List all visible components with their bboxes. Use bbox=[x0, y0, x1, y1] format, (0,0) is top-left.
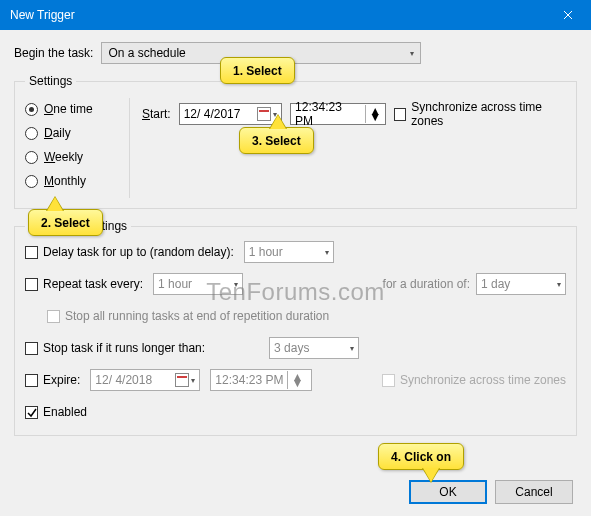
chevron-down-icon: ▾ bbox=[350, 344, 354, 353]
delay-value-dropdown[interactable]: 1 hour ▾ bbox=[244, 241, 334, 263]
advanced-settings-group: Advanced settings Delay task for up to (… bbox=[14, 219, 577, 436]
duration-value-dropdown[interactable]: 1 day ▾ bbox=[476, 273, 566, 295]
repeat-task-checkbox[interactable]: Repeat task every: bbox=[25, 277, 143, 291]
checkbox-icon bbox=[47, 310, 60, 323]
stop-if-value-dropdown[interactable]: 3 days ▾ bbox=[269, 337, 359, 359]
spinner-icon: ▲▼ bbox=[365, 105, 381, 123]
checkbox-icon bbox=[25, 278, 38, 291]
settings-legend: Settings bbox=[25, 74, 76, 88]
checkbox-icon bbox=[25, 374, 38, 387]
radio-icon bbox=[25, 127, 38, 140]
checkbox-icon bbox=[394, 108, 406, 121]
radio-monthly[interactable]: Monthly bbox=[25, 174, 125, 188]
repeat-value-dropdown[interactable]: 1 hour ▾ bbox=[153, 273, 243, 295]
dialog-content: Begin the task: On a schedule ▾ Settings… bbox=[0, 30, 591, 516]
spinner-icon: ▲▼ bbox=[287, 371, 303, 389]
divider bbox=[129, 98, 130, 198]
callout-1: 1. Select bbox=[220, 57, 295, 84]
chevron-down-icon: ▾ bbox=[325, 248, 329, 257]
chevron-down-icon: ▾ bbox=[557, 280, 561, 289]
begin-task-value: On a schedule bbox=[108, 46, 185, 60]
expire-sync-timezones-checkbox: Synchronize across time zones bbox=[382, 373, 566, 387]
callout-2: 2. Select bbox=[28, 209, 103, 236]
ok-button[interactable]: OK bbox=[409, 480, 487, 504]
callout-3: 3. Select bbox=[239, 127, 314, 154]
close-button[interactable] bbox=[545, 0, 591, 30]
expire-date-picker[interactable]: 12/ 4/2018 ▾ bbox=[90, 369, 200, 391]
sync-timezones-checkbox[interactable]: Synchronize across time zones bbox=[394, 100, 566, 128]
chevron-down-icon: ▾ bbox=[234, 280, 238, 289]
stop-at-end-checkbox: Stop all running tasks at end of repetit… bbox=[47, 309, 329, 323]
close-icon bbox=[563, 10, 573, 20]
radio-icon bbox=[25, 151, 38, 164]
checkbox-icon bbox=[25, 406, 38, 419]
expire-time-picker[interactable]: 12:34:23 PM ▲▼ bbox=[210, 369, 312, 391]
titlebar: New Trigger bbox=[0, 0, 591, 30]
start-time-picker[interactable]: 12:34:23 PM ▲▼ bbox=[290, 103, 386, 125]
checkbox-icon bbox=[382, 374, 395, 387]
start-date-picker[interactable]: 12/ 4/2017 ▾ bbox=[179, 103, 282, 125]
checkbox-icon bbox=[25, 342, 38, 355]
begin-task-label: Begin the task: bbox=[14, 46, 93, 60]
radio-daily[interactable]: Daily bbox=[25, 126, 125, 140]
cancel-button[interactable]: Cancel bbox=[495, 480, 573, 504]
radio-one-time[interactable]: One time bbox=[25, 102, 125, 116]
checkbox-icon bbox=[25, 246, 38, 259]
radio-icon bbox=[25, 103, 38, 116]
radio-icon bbox=[25, 175, 38, 188]
start-label: Start: bbox=[142, 107, 171, 121]
window-title: New Trigger bbox=[10, 8, 545, 22]
radio-weekly[interactable]: Weekly bbox=[25, 150, 125, 164]
duration-label: for a duration of: bbox=[383, 277, 470, 291]
stop-if-longer-checkbox[interactable]: Stop task if it runs longer than: bbox=[25, 341, 205, 355]
chevron-down-icon: ▾ bbox=[410, 49, 414, 58]
callout-4: 4. Click on bbox=[378, 443, 464, 470]
expire-checkbox[interactable]: Expire: bbox=[25, 373, 80, 387]
delay-task-checkbox[interactable]: Delay task for up to (random delay): bbox=[25, 245, 234, 259]
calendar-icon bbox=[175, 373, 189, 387]
enabled-checkbox[interactable]: Enabled bbox=[25, 405, 87, 419]
